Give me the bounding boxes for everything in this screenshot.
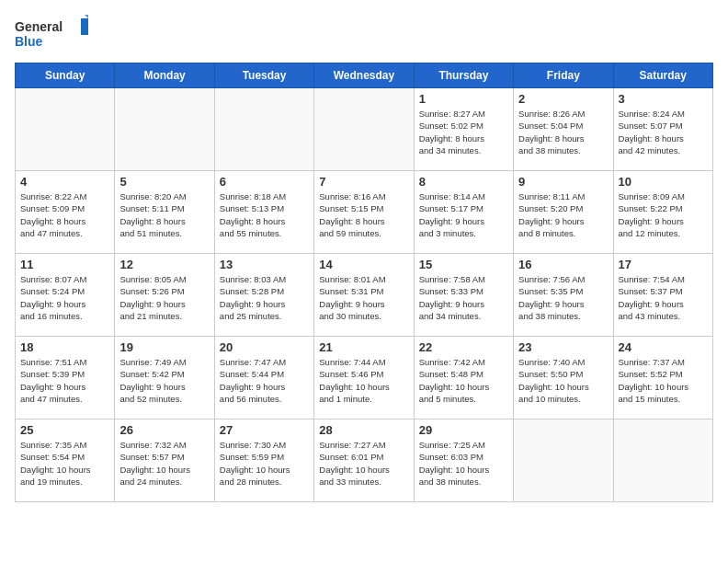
calendar-week-3: 18Sunrise: 7:51 AM Sunset: 5:39 PM Dayli…	[16, 337, 713, 419]
day-number: 23	[518, 340, 608, 354]
calendar-cell: 27Sunrise: 7:30 AM Sunset: 5:59 PM Dayli…	[214, 419, 313, 502]
day-number: 28	[319, 423, 408, 437]
calendar-cell	[115, 88, 214, 171]
cell-info: Sunrise: 7:51 AM Sunset: 5:39 PM Dayligh…	[20, 356, 109, 405]
cell-info: Sunrise: 7:25 AM Sunset: 6:03 PM Dayligh…	[419, 439, 508, 488]
day-number: 20	[220, 340, 309, 354]
day-number: 19	[119, 340, 209, 354]
day-number: 14	[319, 258, 408, 271]
calendar-week-0: 1Sunrise: 8:27 AM Sunset: 5:02 PM Daylig…	[16, 88, 713, 171]
day-number: 9	[518, 175, 608, 189]
calendar-cell: 28Sunrise: 7:27 AM Sunset: 6:01 PM Dayli…	[314, 419, 414, 502]
calendar-cell: 10Sunrise: 8:09 AM Sunset: 5:22 PM Dayli…	[613, 171, 712, 254]
day-number: 29	[419, 423, 508, 437]
day-number: 8	[419, 175, 508, 189]
cell-info: Sunrise: 8:14 AM Sunset: 5:17 PM Dayligh…	[419, 190, 508, 239]
cell-info: Sunrise: 8:18 AM Sunset: 5:13 PM Dayligh…	[220, 190, 309, 239]
calendar-cell: 22Sunrise: 7:42 AM Sunset: 5:48 PM Dayli…	[414, 337, 513, 419]
cell-info: Sunrise: 7:49 AM Sunset: 5:42 PM Dayligh…	[119, 356, 209, 405]
calendar-cell: 16Sunrise: 7:56 AM Sunset: 5:35 PM Dayli…	[514, 254, 613, 337]
cell-info: Sunrise: 8:11 AM Sunset: 5:20 PM Dayligh…	[518, 190, 608, 239]
cell-info: Sunrise: 8:01 AM Sunset: 5:31 PM Dayligh…	[319, 273, 408, 322]
day-number: 18	[20, 340, 109, 354]
calendar-cell	[613, 419, 712, 502]
cell-info: Sunrise: 8:09 AM Sunset: 5:22 PM Dayligh…	[619, 190, 708, 239]
calendar-cell: 29Sunrise: 7:25 AM Sunset: 6:03 PM Dayli…	[414, 419, 513, 502]
calendar-cell: 25Sunrise: 7:35 AM Sunset: 5:54 PM Dayli…	[16, 419, 115, 502]
day-number: 12	[119, 258, 209, 271]
cell-info: Sunrise: 8:26 AM Sunset: 5:04 PM Dayligh…	[518, 108, 608, 156]
day-number: 5	[119, 175, 209, 189]
cell-info: Sunrise: 8:22 AM Sunset: 5:09 PM Dayligh…	[20, 190, 109, 239]
cell-info: Sunrise: 7:40 AM Sunset: 5:50 PM Dayligh…	[518, 356, 608, 405]
day-number: 27	[220, 423, 309, 437]
day-number: 26	[119, 423, 209, 437]
calendar-cell: 21Sunrise: 7:44 AM Sunset: 5:46 PM Dayli…	[314, 337, 414, 419]
calendar-cell: 24Sunrise: 7:37 AM Sunset: 5:52 PM Dayli…	[613, 337, 712, 419]
weekday-header-tuesday: Tuesday	[214, 63, 313, 88]
weekday-header-row: SundayMondayTuesdayWednesdayThursdayFrid…	[16, 63, 713, 88]
calendar-cell: 7Sunrise: 8:16 AM Sunset: 5:15 PM Daylig…	[314, 171, 414, 254]
day-number: 2	[518, 92, 608, 106]
cell-info: Sunrise: 8:24 AM Sunset: 5:07 PM Dayligh…	[619, 108, 708, 156]
calendar-cell: 14Sunrise: 8:01 AM Sunset: 5:31 PM Dayli…	[314, 254, 414, 337]
cell-info: Sunrise: 7:27 AM Sunset: 6:01 PM Dayligh…	[319, 439, 408, 488]
cell-info: Sunrise: 8:20 AM Sunset: 5:11 PM Dayligh…	[119, 190, 209, 239]
day-number: 4	[20, 175, 109, 189]
day-number: 1	[419, 92, 508, 106]
logo: General Blue	[15, 15, 88, 55]
cell-info: Sunrise: 8:03 AM Sunset: 5:28 PM Dayligh…	[220, 273, 309, 322]
cell-info: Sunrise: 7:47 AM Sunset: 5:44 PM Dayligh…	[220, 356, 309, 405]
calendar-cell	[514, 419, 613, 502]
calendar-cell: 8Sunrise: 8:14 AM Sunset: 5:17 PM Daylig…	[414, 171, 513, 254]
cell-info: Sunrise: 7:42 AM Sunset: 5:48 PM Dayligh…	[419, 356, 508, 405]
day-number: 16	[518, 258, 608, 271]
calendar-cell: 12Sunrise: 8:05 AM Sunset: 5:26 PM Dayli…	[115, 254, 214, 337]
day-number: 25	[20, 423, 109, 437]
calendar-cell: 4Sunrise: 8:22 AM Sunset: 5:09 PM Daylig…	[16, 171, 115, 254]
header: General Blue	[15, 15, 713, 55]
day-number: 10	[619, 175, 708, 189]
calendar-cell: 15Sunrise: 7:58 AM Sunset: 5:33 PM Dayli…	[414, 254, 513, 337]
cell-info: Sunrise: 7:56 AM Sunset: 5:35 PM Dayligh…	[518, 273, 608, 322]
day-number: 22	[419, 340, 508, 354]
cell-info: Sunrise: 7:30 AM Sunset: 5:59 PM Dayligh…	[220, 439, 309, 488]
calendar-cell: 17Sunrise: 7:54 AM Sunset: 5:37 PM Dayli…	[613, 254, 712, 337]
weekday-header-sunday: Sunday	[16, 63, 115, 88]
day-number: 3	[619, 92, 708, 106]
day-number: 11	[20, 258, 109, 271]
cell-info: Sunrise: 8:07 AM Sunset: 5:24 PM Dayligh…	[20, 273, 109, 322]
cell-info: Sunrise: 7:54 AM Sunset: 5:37 PM Dayligh…	[619, 273, 708, 322]
calendar-cell: 9Sunrise: 8:11 AM Sunset: 5:20 PM Daylig…	[514, 171, 613, 254]
cell-info: Sunrise: 8:05 AM Sunset: 5:26 PM Dayligh…	[119, 273, 209, 322]
cell-info: Sunrise: 8:16 AM Sunset: 5:15 PM Dayligh…	[319, 190, 408, 239]
weekday-header-friday: Friday	[514, 63, 613, 88]
weekday-header-saturday: Saturday	[613, 63, 712, 88]
calendar-body: 1Sunrise: 8:27 AM Sunset: 5:02 PM Daylig…	[16, 88, 713, 502]
cell-info: Sunrise: 7:37 AM Sunset: 5:52 PM Dayligh…	[619, 356, 708, 405]
cell-info: Sunrise: 8:27 AM Sunset: 5:02 PM Dayligh…	[419, 108, 508, 156]
day-number: 7	[319, 175, 408, 189]
logo-svg: General Blue	[15, 15, 88, 55]
calendar-cell: 1Sunrise: 8:27 AM Sunset: 5:02 PM Daylig…	[414, 88, 513, 171]
calendar-cell	[214, 88, 313, 171]
calendar-cell: 13Sunrise: 8:03 AM Sunset: 5:28 PM Dayli…	[214, 254, 313, 337]
calendar-cell: 6Sunrise: 8:18 AM Sunset: 5:13 PM Daylig…	[214, 171, 313, 254]
calendar-cell	[16, 88, 115, 171]
calendar-week-4: 25Sunrise: 7:35 AM Sunset: 5:54 PM Dayli…	[16, 419, 713, 502]
cell-info: Sunrise: 7:35 AM Sunset: 5:54 PM Dayligh…	[20, 439, 109, 488]
calendar-cell: 23Sunrise: 7:40 AM Sunset: 5:50 PM Dayli…	[514, 337, 613, 419]
calendar-cell: 11Sunrise: 8:07 AM Sunset: 5:24 PM Dayli…	[16, 254, 115, 337]
calendar-cell: 3Sunrise: 8:24 AM Sunset: 5:07 PM Daylig…	[613, 88, 712, 171]
calendar-cell: 20Sunrise: 7:47 AM Sunset: 5:44 PM Dayli…	[214, 337, 313, 419]
day-number: 21	[319, 340, 408, 354]
calendar-cell: 19Sunrise: 7:49 AM Sunset: 5:42 PM Dayli…	[115, 337, 214, 419]
calendar-table: SundayMondayTuesdayWednesdayThursdayFrid…	[15, 63, 713, 502]
calendar-cell	[314, 88, 414, 171]
day-number: 17	[619, 258, 708, 271]
day-number: 13	[220, 258, 309, 271]
calendar-week-1: 4Sunrise: 8:22 AM Sunset: 5:09 PM Daylig…	[16, 171, 713, 254]
svg-marker-3	[85, 15, 88, 18]
calendar-week-2: 11Sunrise: 8:07 AM Sunset: 5:24 PM Dayli…	[16, 254, 713, 337]
calendar-cell: 2Sunrise: 8:26 AM Sunset: 5:04 PM Daylig…	[514, 88, 613, 171]
